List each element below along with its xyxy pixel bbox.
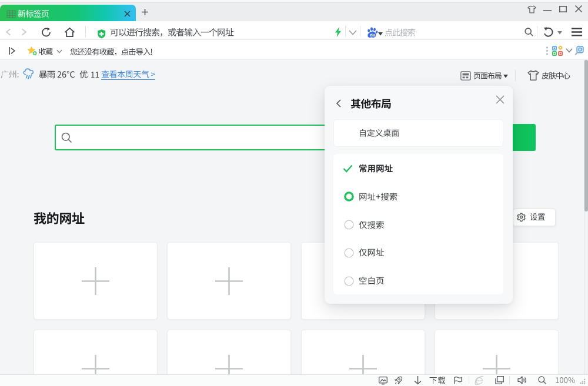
svg-text:du: du	[370, 32, 376, 38]
